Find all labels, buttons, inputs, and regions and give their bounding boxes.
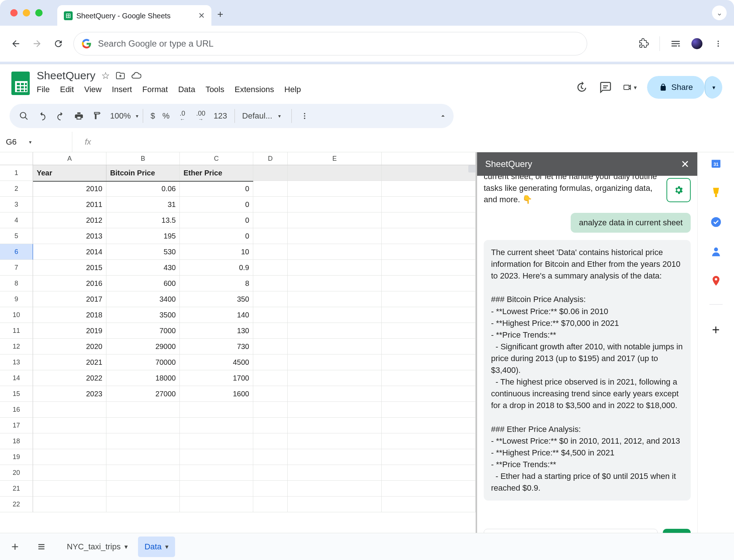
cell[interactable] (288, 323, 382, 339)
cell[interactable] (253, 354, 288, 370)
maps-icon[interactable] (710, 275, 722, 287)
row-header[interactable]: 14 (0, 370, 33, 386)
cell[interactable] (180, 418, 253, 433)
select-all-corner[interactable] (0, 152, 33, 165)
cell[interactable] (288, 260, 382, 276)
cell[interactable] (253, 449, 288, 465)
cell[interactable] (288, 197, 382, 212)
grid-body[interactable]: 1YearBitcoin PriceEther Price220100.0603… (0, 165, 476, 551)
menu-edit[interactable]: Edit (60, 85, 74, 94)
cell[interactable] (253, 276, 288, 291)
row-header[interactable]: 9 (0, 291, 33, 307)
undo-icon[interactable] (34, 108, 51, 124)
cell[interactable]: 18000 (106, 370, 180, 386)
row-header[interactable]: 7 (0, 260, 33, 276)
cell[interactable] (106, 481, 180, 497)
menu-view[interactable]: View (84, 85, 101, 94)
col-header-a[interactable]: A (33, 152, 106, 165)
cell[interactable]: 0 (180, 197, 253, 212)
cell[interactable] (382, 181, 476, 197)
cell[interactable] (106, 449, 180, 465)
cell[interactable] (288, 276, 382, 291)
col-header-f[interactable] (382, 152, 476, 165)
cell[interactable] (253, 307, 288, 323)
menu-tools[interactable]: Tools (206, 85, 224, 94)
font-select[interactable]: Defaul...▾ (239, 111, 287, 121)
cell[interactable] (33, 481, 106, 497)
cell[interactable]: 27000 (106, 386, 180, 402)
cell[interactable] (253, 323, 288, 339)
more-toolbar-icon[interactable] (296, 108, 313, 124)
cell[interactable] (382, 323, 476, 339)
cell[interactable] (288, 465, 382, 481)
chevron-down-icon[interactable]: ▾ (124, 543, 128, 551)
extensions-icon[interactable] (637, 37, 650, 50)
row-header[interactable]: 8 (0, 276, 33, 291)
cell[interactable]: 2018 (33, 307, 106, 323)
cell[interactable]: 130 (180, 323, 253, 339)
row-header[interactable]: 18 (0, 433, 33, 449)
cell[interactable] (382, 354, 476, 370)
cell[interactable]: 1600 (180, 386, 253, 402)
col-header-b[interactable]: B (106, 152, 180, 165)
star-icon[interactable]: ☆ (101, 70, 110, 81)
cell[interactable] (33, 465, 106, 481)
cell[interactable]: 4500 (180, 354, 253, 370)
cell[interactable] (382, 228, 476, 244)
row-header[interactable]: 4 (0, 212, 33, 228)
keep-icon[interactable] (710, 187, 722, 199)
reload-button[interactable] (52, 37, 65, 50)
meet-button[interactable]: ▾ (623, 80, 637, 94)
menu-format[interactable]: Format (142, 85, 168, 94)
cell[interactable]: 31 (106, 197, 180, 212)
row-header[interactable]: 21 (0, 481, 33, 497)
cell[interactable] (288, 497, 382, 512)
chevron-down-icon[interactable]: ▾ (165, 543, 168, 551)
cell[interactable]: 2022 (33, 370, 106, 386)
cell[interactable] (253, 433, 288, 449)
name-box[interactable]: G6 ▾ (6, 137, 72, 147)
cell[interactable] (382, 433, 476, 449)
cell[interactable]: 350 (180, 291, 253, 307)
cell[interactable]: 2011 (33, 197, 106, 212)
cell[interactable] (33, 497, 106, 512)
cell[interactable]: 530 (106, 244, 180, 260)
cell[interactable] (288, 418, 382, 433)
cell[interactable]: 2016 (33, 276, 106, 291)
cell[interactable]: 2019 (33, 323, 106, 339)
cell[interactable] (288, 386, 382, 402)
cell[interactable] (382, 402, 476, 418)
cell[interactable] (253, 260, 288, 276)
cell[interactable] (288, 212, 382, 228)
cell[interactable] (180, 465, 253, 481)
minimize-window-icon[interactable] (23, 9, 30, 17)
cell[interactable]: Year (33, 165, 106, 181)
cell[interactable] (288, 307, 382, 323)
cell[interactable]: 2017 (33, 291, 106, 307)
cell[interactable] (253, 386, 288, 402)
cell[interactable] (106, 433, 180, 449)
redo-icon[interactable] (52, 108, 69, 124)
menu-help[interactable]: Help (284, 85, 301, 94)
add-addon-button[interactable]: + (712, 322, 720, 338)
cell[interactable] (33, 449, 106, 465)
sheet-tab[interactable]: NYC_taxi_trips▾ (60, 537, 134, 557)
cell[interactable]: 0 (180, 212, 253, 228)
cell[interactable]: 0 (180, 181, 253, 197)
cell[interactable]: 2012 (33, 212, 106, 228)
row-header[interactable]: 12 (0, 339, 33, 354)
cell[interactable]: 1700 (180, 370, 253, 386)
menu-extensions[interactable]: Extensions (235, 85, 274, 94)
cell[interactable]: 2015 (33, 260, 106, 276)
percent-format-button[interactable]: % (160, 111, 173, 121)
media-icon[interactable] (669, 37, 682, 50)
zoom-select[interactable]: 100%▾ (107, 111, 138, 121)
decrease-decimal-button[interactable]: .0← (174, 108, 191, 124)
cell[interactable] (288, 228, 382, 244)
add-sheet-button[interactable]: + (7, 539, 23, 554)
cell[interactable] (253, 370, 288, 386)
col-header-d[interactable]: D (253, 152, 288, 165)
cell[interactable] (288, 339, 382, 354)
cell[interactable] (180, 481, 253, 497)
cell[interactable] (33, 433, 106, 449)
